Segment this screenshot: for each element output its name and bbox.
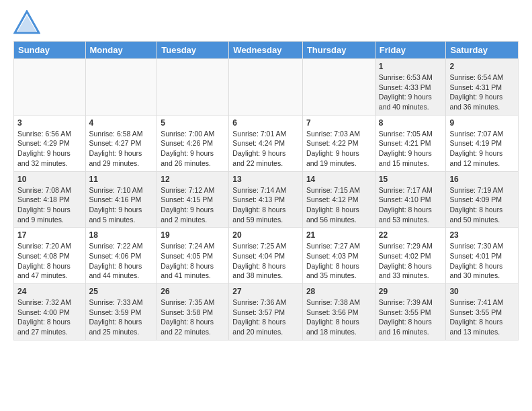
table-row — [157, 59, 229, 116]
calendar-week-row: 3Sunrise: 6:56 AM Sunset: 4:29 PM Daylig… — [14, 115, 519, 171]
date-number: 2 — [449, 62, 515, 71]
col-friday: Friday — [375, 42, 446, 59]
table-row: 15Sunrise: 7:17 AM Sunset: 4:10 PM Dayli… — [375, 171, 446, 228]
day-info: Sunrise: 7:30 AM Sunset: 4:01 PM Dayligh… — [449, 241, 515, 281]
day-info: Sunrise: 7:19 AM Sunset: 4:09 PM Dayligh… — [449, 185, 515, 225]
day-info: Sunrise: 7:33 AM Sunset: 3:59 PM Dayligh… — [89, 298, 154, 337]
date-number: 6 — [232, 118, 299, 128]
table-row: 4Sunrise: 6:58 AM Sunset: 4:27 PM Daylig… — [85, 115, 157, 171]
table-row: 26Sunrise: 7:35 AM Sunset: 3:58 PM Dayli… — [157, 284, 229, 340]
day-info: Sunrise: 7:20 AM Sunset: 4:08 PM Dayligh… — [17, 241, 82, 281]
date-number: 9 — [449, 118, 515, 128]
day-info: Sunrise: 7:08 AM Sunset: 4:18 PM Dayligh… — [17, 185, 82, 225]
date-number: 21 — [306, 230, 371, 240]
date-number: 8 — [379, 118, 443, 128]
day-info: Sunrise: 6:56 AM Sunset: 4:29 PM Dayligh… — [17, 129, 82, 169]
table-row — [229, 59, 303, 116]
day-info: Sunrise: 7:41 AM Sunset: 3:55 PM Dayligh… — [449, 298, 515, 337]
header — [13, 10, 519, 34]
table-row: 29Sunrise: 7:39 AM Sunset: 3:55 PM Dayli… — [375, 284, 446, 340]
date-number: 7 — [306, 118, 371, 128]
day-info: Sunrise: 7:29 AM Sunset: 4:02 PM Dayligh… — [379, 241, 443, 281]
table-row: 28Sunrise: 7:38 AM Sunset: 3:56 PM Dayli… — [302, 284, 375, 340]
date-number: 27 — [232, 287, 299, 296]
table-row: 11Sunrise: 7:10 AM Sunset: 4:16 PM Dayli… — [85, 171, 157, 228]
table-row: 1Sunrise: 6:53 AM Sunset: 4:33 PM Daylig… — [375, 59, 446, 116]
date-number: 29 — [379, 287, 443, 296]
table-row — [14, 59, 86, 116]
table-row — [302, 59, 375, 116]
table-row: 12Sunrise: 7:12 AM Sunset: 4:15 PM Dayli… — [157, 171, 229, 228]
table-row: 27Sunrise: 7:36 AM Sunset: 3:57 PM Dayli… — [229, 284, 303, 340]
day-info: Sunrise: 7:35 AM Sunset: 3:58 PM Dayligh… — [161, 298, 225, 337]
date-number: 17 — [17, 230, 82, 240]
day-info: Sunrise: 7:12 AM Sunset: 4:15 PM Dayligh… — [161, 185, 225, 225]
col-wednesday: Wednesday — [229, 42, 303, 59]
day-info: Sunrise: 7:22 AM Sunset: 4:06 PM Dayligh… — [89, 241, 154, 281]
date-number: 3 — [17, 118, 82, 128]
calendar-week-row: 1Sunrise: 6:53 AM Sunset: 4:33 PM Daylig… — [14, 59, 519, 116]
table-row: 8Sunrise: 7:05 AM Sunset: 4:21 PM Daylig… — [375, 115, 446, 171]
table-row: 2Sunrise: 6:54 AM Sunset: 4:31 PM Daylig… — [446, 59, 519, 116]
date-number: 20 — [232, 230, 299, 240]
page: Sunday Monday Tuesday Wednesday Thursday… — [0, 0, 532, 351]
logo-icon — [13, 10, 40, 34]
date-number: 12 — [161, 175, 225, 184]
day-info: Sunrise: 7:01 AM Sunset: 4:24 PM Dayligh… — [232, 129, 299, 169]
logo — [13, 10, 43, 34]
col-thursday: Thursday — [302, 42, 375, 59]
date-number: 11 — [89, 175, 154, 184]
calendar-week-row: 10Sunrise: 7:08 AM Sunset: 4:18 PM Dayli… — [14, 171, 519, 228]
col-sunday: Sunday — [14, 42, 86, 59]
table-row: 23Sunrise: 7:30 AM Sunset: 4:01 PM Dayli… — [446, 228, 519, 284]
col-tuesday: Tuesday — [157, 42, 229, 59]
table-row — [85, 59, 157, 116]
table-row: 18Sunrise: 7:22 AM Sunset: 4:06 PM Dayli… — [85, 228, 157, 284]
date-number: 1 — [379, 62, 443, 71]
table-row: 3Sunrise: 6:56 AM Sunset: 4:29 PM Daylig… — [14, 115, 86, 171]
table-row: 24Sunrise: 7:32 AM Sunset: 4:00 PM Dayli… — [14, 284, 86, 340]
day-info: Sunrise: 7:32 AM Sunset: 4:00 PM Dayligh… — [17, 298, 82, 337]
day-info: Sunrise: 7:10 AM Sunset: 4:16 PM Dayligh… — [89, 185, 154, 225]
table-row: 5Sunrise: 7:00 AM Sunset: 4:26 PM Daylig… — [157, 115, 229, 171]
day-info: Sunrise: 6:54 AM Sunset: 4:31 PM Dayligh… — [449, 73, 515, 112]
date-number: 18 — [89, 230, 154, 240]
day-info: Sunrise: 7:27 AM Sunset: 4:03 PM Dayligh… — [306, 241, 371, 281]
table-row: 19Sunrise: 7:24 AM Sunset: 4:05 PM Dayli… — [157, 228, 229, 284]
day-info: Sunrise: 7:24 AM Sunset: 4:05 PM Dayligh… — [161, 241, 225, 281]
day-info: Sunrise: 7:39 AM Sunset: 3:55 PM Dayligh… — [379, 298, 443, 337]
table-row: 16Sunrise: 7:19 AM Sunset: 4:09 PM Dayli… — [446, 171, 519, 228]
date-number: 5 — [161, 118, 225, 128]
table-row: 17Sunrise: 7:20 AM Sunset: 4:08 PM Dayli… — [14, 228, 86, 284]
calendar-table: Sunday Monday Tuesday Wednesday Thursday… — [13, 41, 519, 340]
table-row: 22Sunrise: 7:29 AM Sunset: 4:02 PM Dayli… — [375, 228, 446, 284]
col-monday: Monday — [85, 42, 157, 59]
date-number: 23 — [449, 230, 515, 240]
date-number: 22 — [379, 230, 443, 240]
day-info: Sunrise: 7:15 AM Sunset: 4:12 PM Dayligh… — [306, 185, 371, 225]
date-number: 30 — [449, 287, 515, 296]
calendar-header-row: Sunday Monday Tuesday Wednesday Thursday… — [14, 42, 519, 59]
table-row: 6Sunrise: 7:01 AM Sunset: 4:24 PM Daylig… — [229, 115, 303, 171]
table-row: 25Sunrise: 7:33 AM Sunset: 3:59 PM Dayli… — [85, 284, 157, 340]
day-info: Sunrise: 7:38 AM Sunset: 3:56 PM Dayligh… — [306, 298, 371, 337]
day-info: Sunrise: 6:53 AM Sunset: 4:33 PM Dayligh… — [379, 73, 443, 112]
table-row: 10Sunrise: 7:08 AM Sunset: 4:18 PM Dayli… — [14, 171, 86, 228]
day-info: Sunrise: 7:05 AM Sunset: 4:21 PM Dayligh… — [379, 129, 443, 169]
table-row: 20Sunrise: 7:25 AM Sunset: 4:04 PM Dayli… — [229, 228, 303, 284]
day-info: Sunrise: 6:58 AM Sunset: 4:27 PM Dayligh… — [89, 129, 154, 169]
day-info: Sunrise: 7:07 AM Sunset: 4:19 PM Dayligh… — [449, 129, 515, 169]
table-row: 7Sunrise: 7:03 AM Sunset: 4:22 PM Daylig… — [302, 115, 375, 171]
date-number: 10 — [17, 175, 82, 184]
table-row: 30Sunrise: 7:41 AM Sunset: 3:55 PM Dayli… — [446, 284, 519, 340]
date-number: 28 — [306, 287, 371, 296]
date-number: 16 — [449, 175, 515, 184]
col-saturday: Saturday — [446, 42, 519, 59]
day-info: Sunrise: 7:03 AM Sunset: 4:22 PM Dayligh… — [306, 129, 371, 169]
calendar-week-row: 17Sunrise: 7:20 AM Sunset: 4:08 PM Dayli… — [14, 228, 519, 284]
date-number: 13 — [232, 175, 299, 184]
table-row: 14Sunrise: 7:15 AM Sunset: 4:12 PM Dayli… — [302, 171, 375, 228]
date-number: 15 — [379, 175, 443, 184]
date-number: 4 — [89, 118, 154, 128]
date-number: 26 — [161, 287, 225, 296]
